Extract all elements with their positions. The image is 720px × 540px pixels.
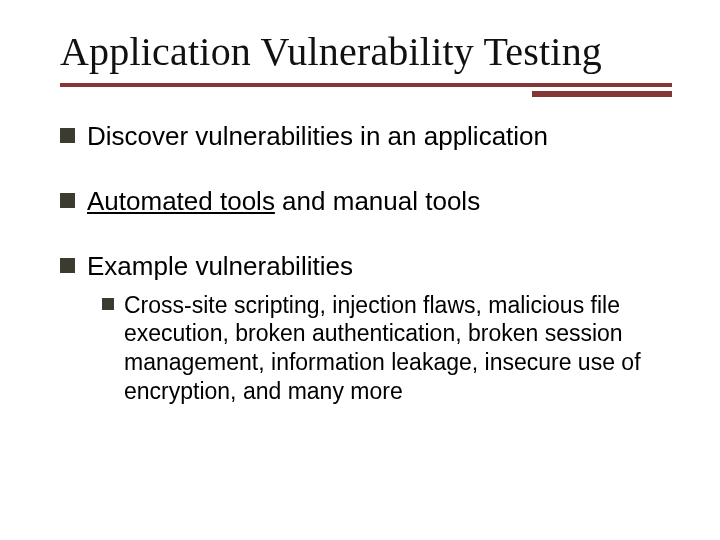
- square-bullet-icon: [60, 258, 75, 273]
- title-accent-wrap: [60, 91, 672, 97]
- bullet-text: Automated tools and manual tools: [87, 186, 480, 217]
- bullet-text: Example vulnerabilities: [87, 251, 353, 282]
- sub-bullet-text: Cross-site scripting, injection flaws, m…: [124, 291, 672, 406]
- bullet-item: Automated tools and manual tools: [60, 186, 672, 217]
- bullet-text: Discover vulnerabilities in an applicati…: [87, 121, 548, 152]
- slide-title: Application Vulnerability Testing: [60, 28, 672, 75]
- title-underline: [60, 83, 672, 87]
- slide: Application Vulnerability Testing Discov…: [0, 0, 720, 540]
- bullet-text-rest: and manual tools: [275, 186, 480, 216]
- title-accent-bar: [532, 91, 672, 97]
- square-bullet-icon: [102, 298, 114, 310]
- square-bullet-icon: [60, 193, 75, 208]
- underlined-text: Automated tools: [87, 186, 275, 216]
- slide-content: Discover vulnerabilities in an applicati…: [60, 121, 672, 406]
- bullet-item: Discover vulnerabilities in an applicati…: [60, 121, 672, 152]
- bullet-item: Example vulnerabilities: [60, 251, 672, 282]
- sub-bullet-item: Cross-site scripting, injection flaws, m…: [102, 291, 672, 406]
- square-bullet-icon: [60, 128, 75, 143]
